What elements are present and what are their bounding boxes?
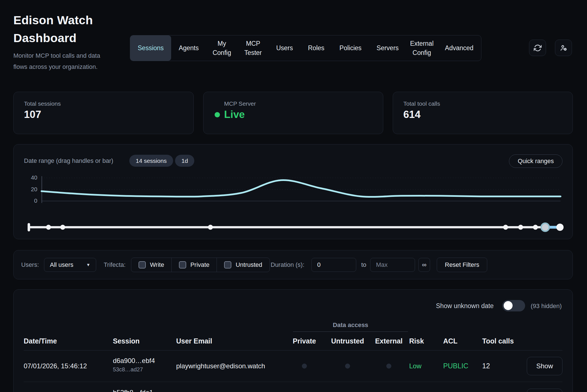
slider-session-dot[interactable] <box>60 225 65 230</box>
nav-tab[interactable]: Users <box>269 35 300 61</box>
show-unknown-date-label: Show unknown date <box>436 302 494 310</box>
page-title: Edison Watch Dashboard <box>13 11 117 47</box>
y-axis-tick: 20 <box>22 186 37 193</box>
live-status-row: Live <box>215 109 245 120</box>
col-header-external: External <box>375 337 403 345</box>
hidden-count-note: (93 hidden) <box>531 303 562 310</box>
nav-tab[interactable]: External Config <box>406 35 437 61</box>
dashboard-root: Edison Watch Dashboard Monitor MCP tool … <box>0 0 587 392</box>
slider-session-dot[interactable] <box>503 225 508 230</box>
cell-external-indicator <box>386 364 391 369</box>
cell-private-indicator <box>302 364 307 369</box>
slider-start-cap[interactable] <box>28 223 30 231</box>
stat-label: MCP Server <box>224 100 256 107</box>
slider-session-dot[interactable] <box>533 225 538 230</box>
nav-tab[interactable]: Servers <box>369 35 406 61</box>
filters-bar: Users: All users ▼ Trifecta: Write Priva… <box>13 250 573 279</box>
live-status-dot <box>215 112 220 117</box>
cell-session: d6a900…ebf4 53c8…ad27 <box>113 350 176 373</box>
range-span-badge: 1d <box>175 155 194 167</box>
slider-track[interactable] <box>28 226 560 228</box>
trifecta-option-label: Write <box>150 261 164 268</box>
nav-tab[interactable]: Sessions <box>130 35 171 61</box>
duration-min-input[interactable] <box>311 258 356 272</box>
slider-handle-end[interactable] <box>556 224 564 231</box>
checkbox-icon[interactable] <box>139 261 146 268</box>
users-dropdown[interactable]: All users ▼ <box>44 258 96 272</box>
trifecta-option[interactable]: Write <box>131 258 172 272</box>
refresh-button[interactable] <box>529 40 546 56</box>
date-range-label: Date range (drag handles or bar) <box>24 157 113 164</box>
nav-tab-label: Advanced <box>445 44 473 52</box>
nav-tab-label: Users <box>276 44 293 52</box>
session-id: d6a900…ebf4 <box>113 357 176 365</box>
show-unknown-toggle[interactable] <box>502 300 525 311</box>
col-header-private: Private <box>293 337 316 345</box>
cell-user-email: playwrightuser@edison.watch <box>176 362 282 370</box>
cell-action: Show <box>527 389 562 392</box>
data-access-group-header: Data access <box>293 321 408 332</box>
page-subtitle: Monitor MCP tool calls and data flows ac… <box>13 50 110 72</box>
nav-tab-label: Policies <box>339 44 362 52</box>
nav-tab[interactable]: Agents <box>171 35 206 61</box>
nav-tab[interactable]: Advanced <box>437 35 481 61</box>
external-dot <box>386 364 391 369</box>
stat-value: 107 <box>24 109 41 120</box>
cell-untrusted-indicator <box>345 364 350 369</box>
col-header-user-email: User Email <box>176 337 282 345</box>
users-filter-label: Users: <box>21 261 39 268</box>
live-status-text: Live <box>224 109 245 120</box>
checkbox-icon[interactable] <box>179 261 186 268</box>
trifecta-option-label: Untrusted <box>236 261 262 268</box>
nav-tab-label: Servers <box>377 44 399 52</box>
sessions-sparkline-chart <box>42 175 561 203</box>
col-header-date-time: Date/Time <box>24 337 113 345</box>
y-axis-tick: 40 <box>22 174 37 181</box>
slider-handle-start[interactable] <box>540 222 550 232</box>
col-header-tool-calls: Tool calls <box>482 337 525 345</box>
col-header-acl: ACL <box>443 337 482 345</box>
stat-label: Total tool calls <box>403 100 440 107</box>
cell-session: b53fb8…fde1 <box>113 382 176 392</box>
slider-session-dot[interactable] <box>518 225 523 230</box>
stat-card-total-sessions: Total sessions 107 <box>13 92 194 134</box>
nav-tab[interactable]: Policies <box>332 35 369 61</box>
cell-acl: PUBLIC <box>443 362 482 370</box>
table-row: b53fb8…fde1 Show <box>24 382 562 392</box>
user-settings-button[interactable] <box>555 40 572 56</box>
trifecta-group: Write Private Untrusted <box>131 258 270 272</box>
quick-ranges-button[interactable]: Quick ranges <box>509 154 562 168</box>
session-id: b53fb8…fde1 <box>113 389 176 392</box>
slider-session-dot[interactable] <box>46 225 51 230</box>
nav-tab-label: External Config <box>409 39 435 57</box>
sessions-line <box>42 180 561 197</box>
header-title-block: Edison Watch Dashboard Monitor MCP tool … <box>13 11 117 72</box>
show-button[interactable]: Show <box>527 357 562 375</box>
date-range-panel: Date range (drag handles or bar) 14 sess… <box>13 144 573 239</box>
nav-tab[interactable]: My Config <box>206 35 237 61</box>
cell-risk: Low <box>409 362 443 370</box>
trifecta-option-label: Private <box>190 261 209 268</box>
trifecta-option[interactable]: Private <box>172 258 217 272</box>
checkbox-icon[interactable] <box>224 261 231 268</box>
refresh-icon <box>534 44 542 52</box>
trifecta-option[interactable]: Untrusted <box>217 258 269 272</box>
table-header: Data access Date/Time Session User Email… <box>24 316 562 350</box>
nav-tab[interactable]: MCP Tester <box>237 35 269 61</box>
sessions-table-panel: Show unknown date (93 hidden) Data acces… <box>13 289 573 392</box>
cell-date-time: 07/01/2026, 15:46:12 <box>24 362 113 370</box>
nav-tab-label: Sessions <box>138 44 164 52</box>
private-dot <box>302 364 307 369</box>
nav-tab[interactable]: Roles <box>300 35 332 61</box>
duration-max-input[interactable] <box>370 258 415 272</box>
nav-tab-label: Roles <box>308 44 324 52</box>
nav-tab-label: Agents <box>179 44 199 52</box>
slider-session-dot[interactable] <box>208 225 213 230</box>
stat-label: Total sessions <box>24 100 61 107</box>
infinity-button[interactable]: ∞ <box>418 258 430 272</box>
main-nav: Sessions Agents My Config MCP Tester Use… <box>130 35 481 61</box>
duration-to-label: to <box>361 261 366 268</box>
show-button[interactable]: Show <box>527 389 562 392</box>
reset-filters-button[interactable]: Reset Filters <box>437 258 487 272</box>
col-header-untrusted: Untrusted <box>331 337 364 345</box>
